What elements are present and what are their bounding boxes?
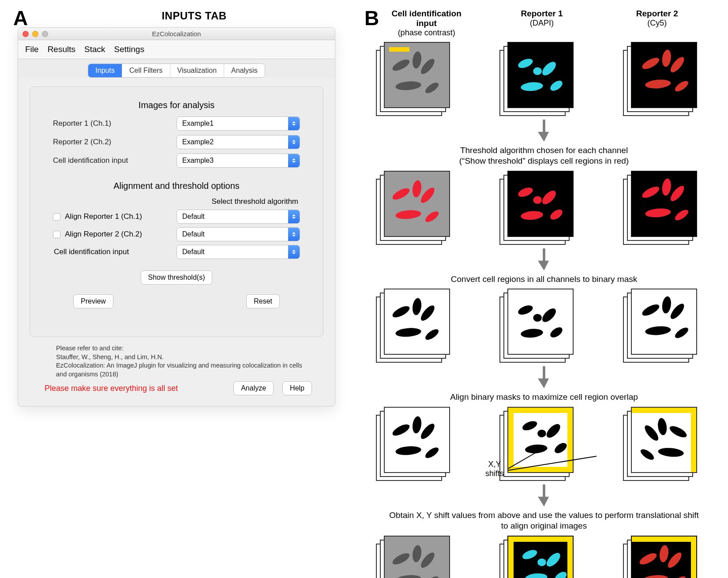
dapi-mask-stack: [507, 289, 574, 355]
updown-icon: [288, 228, 300, 241]
reporter1-select[interactable]: Example1: [176, 116, 300, 131]
align-section-title: Alignment and threshold options: [53, 181, 300, 191]
images-section-title: Images for analysis: [53, 100, 300, 110]
cellid-value: Example3: [177, 157, 214, 165]
tab-inputs[interactable]: Inputs: [88, 64, 122, 77]
citation-lead: Please refer to and cite:: [56, 344, 306, 353]
tabbar: Inputs Cell Filters Visualization Analys…: [88, 64, 265, 78]
svg-rect-11: [508, 43, 573, 107]
step4-caption: Obtain X, Y shift values from above and …: [387, 510, 702, 531]
menubar: File Results Stack Settings: [18, 40, 335, 59]
window-titlebar: EzColocalization: [18, 28, 335, 40]
arrow-down-icon: [382, 120, 706, 142]
align-cellid-value: Default: [177, 248, 205, 256]
svg-rect-18: [632, 289, 696, 354]
arrow-down-icon: [382, 366, 706, 388]
svg-rect-21: [632, 408, 696, 472]
citation-block: Please refer to and cite: Stauffer, W., …: [30, 337, 323, 381]
menu-file[interactable]: File: [25, 45, 39, 54]
analyze-button[interactable]: Analyze: [233, 381, 274, 395]
align-r2-label: Align Reporter 2 (Ch.2): [65, 230, 142, 239]
align-r2-value: Default: [177, 230, 205, 238]
citation-title: EzColocalization: An ImageJ plugin for v…: [56, 361, 306, 379]
updown-icon: [288, 117, 300, 130]
svg-line-23: [508, 456, 597, 470]
show-threshold-button[interactable]: Show threshold(s): [141, 270, 213, 285]
dapi-thresh-stack: [507, 171, 574, 237]
menu-stack[interactable]: Stack: [84, 45, 105, 54]
svg-rect-12: [632, 43, 696, 107]
window-title: EzColocalization: [18, 30, 335, 38]
step1-caption: Threshold algorithm chosen for each chan…: [387, 145, 702, 166]
xy-shift-label: X,Y shifts: [485, 460, 504, 478]
svg-rect-15: [632, 172, 696, 236]
cy5-stack: [631, 42, 697, 108]
align-r1-checkbox[interactable]: [53, 213, 60, 221]
menu-settings[interactable]: Settings: [114, 45, 145, 54]
col-cellid: Cell identification input (phase contras…: [382, 9, 471, 38]
phase-mask-aligned: [384, 407, 450, 473]
align-r1-value: Default: [177, 213, 205, 221]
align-r2-select[interactable]: Default: [176, 227, 300, 241]
panel-a-label: A: [13, 6, 28, 30]
tab-cell-filters[interactable]: Cell Filters: [122, 64, 170, 77]
xy-shift-lines: [508, 451, 597, 482]
step2-caption: Convert cell regions in all channels to …: [387, 274, 702, 285]
align-cellid-label: Cell identification input: [54, 248, 129, 256]
panel-b-label: B: [364, 6, 379, 30]
reset-button[interactable]: Reset: [246, 294, 280, 308]
col-reporter2: Reporter 2 (Cy5): [613, 9, 702, 38]
help-button[interactable]: Help: [282, 381, 312, 395]
cellid-select[interactable]: Example3: [176, 154, 300, 168]
dapi-final-stack: [507, 536, 574, 578]
align-cellid-select[interactable]: Default: [176, 245, 300, 259]
updown-icon: [288, 154, 300, 167]
scale-bar: [389, 47, 409, 52]
reporter1-value: Example1: [177, 120, 214, 128]
dapi-stack: [507, 42, 574, 108]
col-reporter1: Reporter 1 (DAPI): [497, 9, 586, 38]
align-r1-label: Align Reporter 1 (Ch.1): [65, 212, 142, 221]
cellid-label: Cell identification input: [53, 156, 128, 165]
phase-final-stack: [384, 536, 450, 578]
align-r2-checkbox[interactable]: [53, 231, 60, 238]
updown-icon: [288, 245, 300, 259]
phase-thresh-stack: [384, 171, 450, 237]
step3-caption: Align binary masks to maximize cell regi…: [387, 392, 702, 402]
svg-rect-14: [508, 172, 573, 236]
phase-stack: [384, 42, 450, 108]
menu-results[interactable]: Results: [48, 45, 75, 54]
arrow-down-icon: [382, 484, 706, 507]
reporter1-label: Reporter 1 (Ch.1): [53, 119, 111, 128]
svg-rect-17: [508, 289, 573, 354]
threshold-alg-label: Select threshold algorithm: [53, 197, 298, 206]
status-warning: Please make sure everything is all set: [41, 384, 225, 393]
tab-visualization[interactable]: Visualization: [170, 64, 225, 77]
inputs-tab-heading: INPUTS TAB: [40, 10, 349, 22]
tab-analysis[interactable]: Analysis: [224, 64, 265, 77]
updown-icon: [288, 210, 300, 223]
align-r1-select[interactable]: Default: [176, 210, 300, 224]
cy5-final-stack: [631, 536, 697, 578]
phase-mask-stack: [384, 289, 450, 355]
inputs-card: Images for analysis Reporter 1 (Ch.1) Ex…: [30, 86, 323, 337]
app-window: EzColocalization File Results Stack Sett…: [18, 27, 335, 406]
cy5-thresh-stack: [631, 171, 697, 237]
citation-authors: Stauffer, W., Sheng, H., and Lim, H.N.: [56, 353, 306, 362]
reporter2-select[interactable]: Example2: [176, 135, 300, 149]
arrow-down-icon: [382, 248, 706, 270]
cy5-mask-stack: [631, 289, 697, 355]
reporter2-label: Reporter 2 (Ch.2): [53, 138, 111, 146]
cy5-mask-aligned: [631, 407, 697, 473]
reporter2-value: Example2: [177, 138, 214, 146]
preview-button[interactable]: Preview: [73, 294, 113, 308]
updown-icon: [288, 135, 300, 149]
